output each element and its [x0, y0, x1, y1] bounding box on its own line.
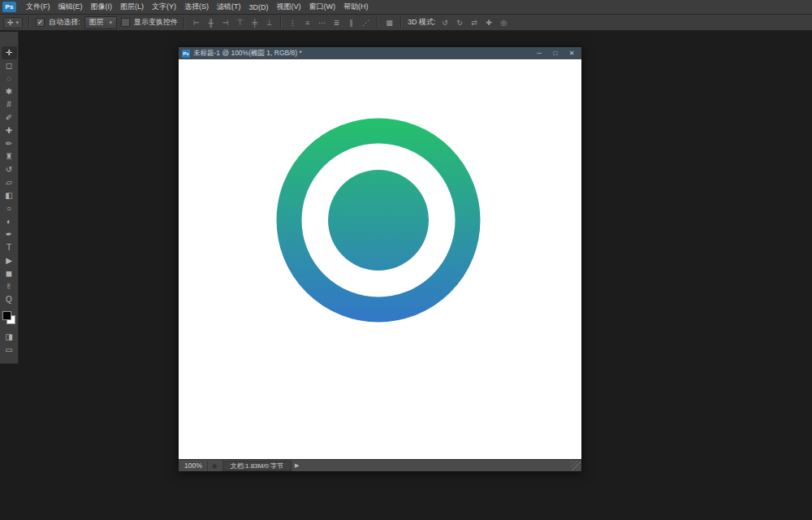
menu-item-type[interactable]: 文字(Y)	[148, 0, 180, 14]
blur-tool-icon[interactable]: ○	[2, 202, 17, 215]
window-resize-grip[interactable]	[571, 461, 581, 470]
lasso-tool-icon[interactable]: ◌	[2, 72, 17, 85]
clone-stamp-tool-icon[interactable]: ♜	[2, 150, 17, 163]
eyedropper-tool-icon[interactable]: ✐	[2, 111, 17, 124]
distribute-right-edges-icon[interactable]: ⋰	[361, 19, 371, 27]
canvas[interactable]	[179, 59, 581, 461]
rectangular-marquee-tool-icon[interactable]: ◻	[2, 59, 17, 72]
3d-drag-icon[interactable]: ⇄	[469, 19, 480, 27]
distribute-horizontal-centers-icon[interactable]: ∥	[346, 19, 356, 27]
menu-item-image[interactable]: 图像(I)	[87, 0, 117, 14]
auto-select-label: 自动选择:	[49, 17, 80, 28]
tool-bar: ✛ ◻ ◌ ✱ # ✐ ✚ ✏ ♜ ↺ ▱ ◧ ○ ◐ ✒ T ▶ ◼ ✌ Q …	[0, 32, 19, 364]
3d-mode-label: 3D 模式:	[408, 17, 436, 28]
menu-bar: Ps 文件(F) 编辑(E) 图像(I) 图层(L) 文字(Y) 选择(S) 滤…	[0, 0, 812, 15]
gradient-tool-icon[interactable]: ◧	[2, 189, 17, 202]
menu-item-filter[interactable]: 滤镜(T)	[213, 0, 245, 14]
separator	[184, 17, 185, 28]
options-bar: ✛ ▾ ✓ 自动选择: 图层 ▾ 显示变换控件 ⊢ ╫ ⊣ ⊤ ╪ ⊥ ⋮ ≡ …	[0, 15, 812, 31]
align-horizontal-centers-icon[interactable]: ╫	[205, 19, 216, 27]
align-left-edges-icon[interactable]: ⊢	[191, 19, 201, 27]
zoom-tool-icon[interactable]: Q	[2, 293, 17, 306]
hand-tool-icon[interactable]: ✌	[2, 280, 17, 293]
distribute-bottom-edges-icon[interactable]: ⋯	[317, 19, 327, 27]
distribute-vertical-centers-icon[interactable]: ≡	[302, 19, 313, 27]
maximize-button[interactable]: □	[551, 50, 559, 57]
spot-healing-brush-tool-icon[interactable]: ✚	[2, 124, 17, 137]
crop-tool-icon[interactable]: #	[2, 98, 17, 111]
history-brush-tool-icon[interactable]: ↺	[2, 163, 17, 176]
photoshop-logo-icon: Ps	[2, 2, 16, 12]
separator	[377, 17, 378, 28]
auto-select-checkbox[interactable]: ✓	[36, 18, 45, 27]
3d-rotate-icon[interactable]: ↺	[440, 19, 451, 27]
separator	[28, 17, 30, 28]
separator	[280, 17, 282, 28]
auto-align-layers-icon[interactable]: ▦	[384, 19, 395, 27]
align-vertical-centers-icon[interactable]: ╪	[249, 19, 260, 27]
color-swatches	[2, 311, 15, 324]
auto-select-target-dropdown[interactable]: 图层 ▾	[84, 16, 118, 29]
show-transform-checkbox[interactable]	[121, 18, 130, 27]
close-button[interactable]: ✕	[568, 50, 576, 57]
brush-tool-icon[interactable]: ✏	[2, 137, 17, 150]
status-popup-arrow-icon[interactable]: ▶	[295, 462, 299, 469]
eraser-tool-icon[interactable]: ▱	[2, 176, 17, 189]
screen-mode-icon[interactable]: ▭	[2, 344, 17, 357]
move-tool-icon[interactable]: ✛	[2, 46, 17, 59]
distribute-top-edges-icon[interactable]: ⋮	[287, 19, 298, 27]
document-title-bar[interactable]: Ps 未标题-1 @ 100%(椭圆 1, RGB/8) * ─ □ ✕	[179, 47, 581, 59]
status-circle-icon: ◉	[212, 462, 218, 470]
auto-select-target-value: 图层	[89, 17, 104, 28]
3d-roll-icon[interactable]: ↻	[455, 19, 465, 27]
quick-mask-icon[interactable]: ◨	[2, 331, 17, 344]
separator	[400, 17, 402, 28]
document-file-icon: Ps	[182, 50, 190, 58]
logo-inner-circle	[328, 170, 429, 271]
window-buttons: ─ □ ✕	[535, 50, 578, 57]
menu-item-view[interactable]: 视图(V)	[273, 0, 305, 14]
menu-item-help[interactable]: 帮助(H)	[339, 0, 373, 14]
3d-scale-icon[interactable]: ◎	[499, 19, 509, 27]
menu-item-edit[interactable]: 编辑(E)	[54, 0, 87, 14]
document-window: Ps 未标题-1 @ 100%(椭圆 1, RGB/8) * ─ □ ✕ 100…	[178, 46, 582, 472]
menu-item-select[interactable]: 选择(S)	[180, 0, 213, 14]
foreground-color-swatch[interactable]	[2, 311, 11, 320]
path-selection-tool-icon[interactable]: ▶	[2, 254, 17, 267]
type-tool-icon[interactable]: T	[2, 241, 17, 254]
document-size-info[interactable]: 文档:1.83M/0 字节	[222, 461, 292, 471]
menu-item-file[interactable]: 文件(F)	[22, 0, 54, 14]
3d-slide-icon[interactable]: ✚	[484, 19, 495, 27]
pen-tool-icon[interactable]: ✒	[2, 228, 17, 241]
tool-preset-picker[interactable]: ✛ ▾	[3, 17, 23, 28]
rectangle-tool-icon[interactable]: ◼	[2, 267, 17, 280]
menu-item-window[interactable]: 窗口(W)	[305, 0, 340, 14]
align-bottom-edges-icon[interactable]: ⊥	[264, 19, 274, 27]
document-status-bar: 100% ◉ 文档:1.83M/0 字节 ▶	[179, 459, 581, 471]
align-right-edges-icon[interactable]: ⊣	[220, 19, 231, 27]
menu-item-layer[interactable]: 图层(L)	[116, 0, 148, 14]
minimize-button[interactable]: ─	[535, 50, 543, 57]
chevron-down-icon: ▾	[16, 20, 19, 26]
menu-item-3d[interactable]: 3D(D)	[245, 0, 273, 14]
document-title: 未标题-1 @ 100%(椭圆 1, RGB/8) *	[193, 49, 302, 58]
zoom-level-field[interactable]: 100%	[179, 460, 208, 471]
logo-artwork	[179, 59, 581, 461]
quick-selection-tool-icon[interactable]: ✱	[2, 85, 17, 98]
distribute-left-edges-icon[interactable]: ≣	[331, 19, 342, 27]
align-top-edges-icon[interactable]: ⊤	[235, 19, 245, 27]
move-tool-icon: ✛	[7, 19, 14, 27]
chevron-down-icon: ▾	[110, 20, 113, 26]
show-transform-label: 显示变换控件	[134, 17, 178, 28]
dodge-tool-icon[interactable]: ◐	[2, 215, 17, 228]
